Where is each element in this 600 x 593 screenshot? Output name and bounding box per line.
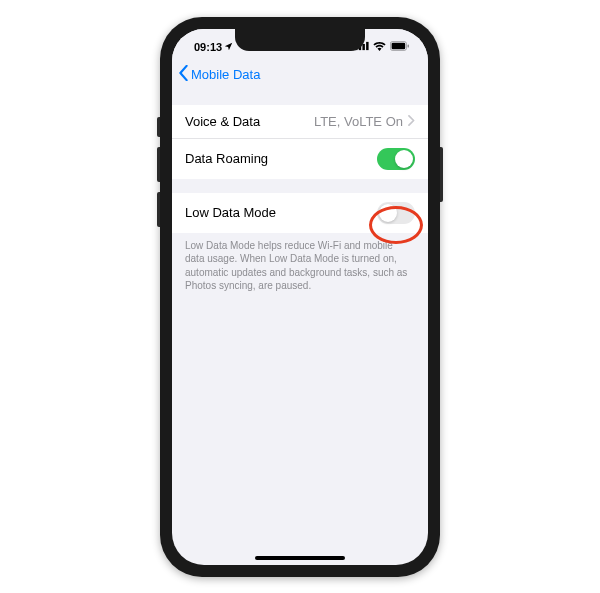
settings-group-2: Low Data Mode — [172, 193, 428, 233]
screen: 09:13 Mo — [172, 29, 428, 565]
voice-data-label: Voice & Data — [185, 114, 260, 129]
svg-rect-3 — [366, 41, 368, 49]
footer-description: Low Data Mode helps reduce Wi-Fi and mob… — [172, 233, 428, 299]
data-roaming-label: Data Roaming — [185, 151, 268, 166]
chevron-right-icon — [408, 114, 415, 129]
chevron-left-icon — [178, 65, 189, 84]
settings-group-1: Voice & Data LTE, VoLTE On Data Roaming — [172, 105, 428, 179]
svg-rect-2 — [362, 43, 364, 49]
low-data-mode-toggle[interactable] — [377, 202, 415, 224]
notch — [235, 29, 365, 51]
phone-frame: 09:13 Mo — [160, 17, 440, 577]
side-buttons-left — [157, 117, 160, 237]
low-data-mode-label: Low Data Mode — [185, 205, 276, 220]
voice-data-row[interactable]: Voice & Data LTE, VoLTE On — [172, 105, 428, 139]
svg-rect-6 — [408, 44, 409, 47]
status-time: 09:13 — [194, 41, 222, 53]
data-roaming-row: Data Roaming — [172, 139, 428, 179]
nav-bar: Mobile Data — [172, 59, 428, 91]
back-label: Mobile Data — [191, 67, 260, 82]
content-area: Voice & Data LTE, VoLTE On Data Roaming — [172, 91, 428, 299]
wifi-icon — [373, 41, 386, 53]
voice-data-value: LTE, VoLTE On — [314, 114, 403, 129]
battery-icon — [390, 41, 410, 53]
back-button[interactable]: Mobile Data — [178, 65, 260, 84]
location-icon — [224, 41, 233, 53]
svg-rect-5 — [392, 42, 406, 48]
side-button-right — [440, 147, 443, 202]
home-indicator[interactable] — [255, 556, 345, 560]
low-data-mode-row: Low Data Mode — [172, 193, 428, 233]
data-roaming-toggle[interactable] — [377, 148, 415, 170]
